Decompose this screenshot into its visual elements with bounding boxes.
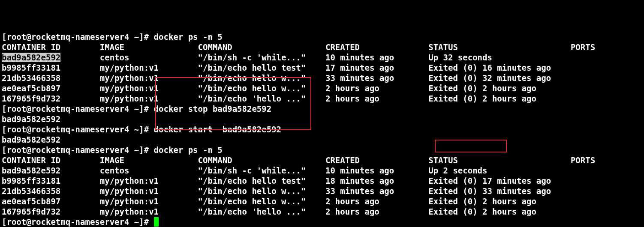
selected-container-id: bad9a582e592 [2, 53, 60, 62]
table-row: b9985ff33181 my/python:v1 "/bin/echo hel… [2, 176, 642, 186]
table-row: ae0eaf5cb897 my/python:v1 "/bin/echo hel… [2, 83, 642, 93]
ps-header: CONTAINER ID IMAGE COMMAND CREATED STATU… [2, 155, 642, 165]
table-row: 167965f9d732 my/python:v1 "/bin/echo 'he… [2, 93, 642, 104]
table-row: bad9a582e592 centos "/bin/sh -c 'while..… [2, 165, 642, 176]
prompt-line: [root@rocketmq-nameserver4 ~]# docker st… [2, 124, 642, 134]
prompt-line[interactable]: [root@rocketmq-nameserver4 ~]# [2, 217, 642, 227]
table-row: 21db53466358 my/python:v1 "/bin/echo hel… [2, 186, 642, 196]
cursor [154, 217, 159, 227]
prompt-line: [root@rocketmq-nameserver4 ~]# docker st… [2, 104, 642, 114]
table-row: b9985ff33181 my/python:v1 "/bin/echo hel… [2, 63, 642, 73]
terminal-output[interactable]: [root@rocketmq-nameserver4 ~]# docker ps… [0, 0, 644, 227]
prompt-line: [root@rocketmq-nameserver4 ~]# docker ps… [2, 145, 642, 155]
table-row: 167965f9d732 my/python:v1 "/bin/echo 'he… [2, 206, 642, 217]
ps-header: CONTAINER ID IMAGE COMMAND CREATED STATU… [2, 42, 642, 52]
table-row: 21db53466358 my/python:v1 "/bin/echo hel… [2, 73, 642, 83]
output-line: bad9a582e592 [2, 114, 642, 124]
output-line: bad9a582e592 [2, 134, 642, 145]
prompt-line: [root@rocketmq-nameserver4 ~]# docker ps… [2, 32, 642, 42]
table-row: bad9a582e592 centos "/bin/sh -c 'while..… [2, 52, 642, 63]
table-row: ae0eaf5cb897 my/python:v1 "/bin/echo hel… [2, 196, 642, 206]
